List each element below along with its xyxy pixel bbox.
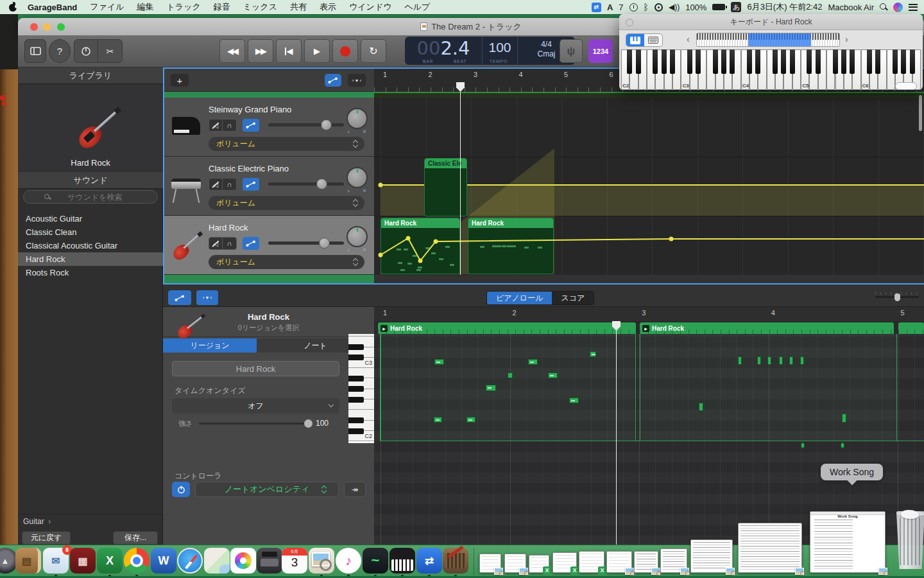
midi-note[interactable] <box>789 356 793 365</box>
dock-icon-garageband[interactable] <box>443 548 468 574</box>
menu-item-0[interactable]: ファイル <box>83 1 130 13</box>
battery-icon[interactable] <box>712 4 725 10</box>
dock-icon-maps[interactable] <box>204 548 230 574</box>
region-bar-3[interactable] <box>898 322 924 334</box>
black-key[interactable] <box>348 355 364 360</box>
tab-piano-roll[interactable]: ピアノロール <box>487 292 552 304</box>
keyboard-overview[interactable] <box>696 33 840 47</box>
midi-note[interactable] <box>767 356 771 365</box>
black-key[interactable] <box>867 49 872 74</box>
dock-icon-chrome[interactable] <box>124 548 150 574</box>
editors-button[interactable]: ✂ <box>98 40 122 62</box>
dock-icon-photo-booth[interactable]: ▦ <box>70 548 96 574</box>
pan-knob[interactable] <box>346 108 368 129</box>
time-machine-icon[interactable] <box>629 3 638 12</box>
midi-note[interactable] <box>757 356 761 365</box>
black-key[interactable] <box>841 49 846 74</box>
sound-list-item-classical-acoustic-guitar[interactable]: Classical Acoustic Guitar <box>18 239 163 252</box>
black-key[interactable] <box>670 49 675 74</box>
volume-slider-knob[interactable] <box>321 119 332 130</box>
minimized-window-0[interactable] <box>479 554 501 573</box>
black-key[interactable] <box>833 49 838 74</box>
midi-note[interactable] <box>738 356 742 365</box>
piano-roll-ruler[interactable]: 12345 <box>374 307 924 322</box>
menu-item-8[interactable]: ヘルプ <box>398 1 437 13</box>
quick-help-button[interactable]: ? <box>49 39 71 63</box>
midi-note[interactable] <box>466 417 475 423</box>
midi-note[interactable] <box>434 417 442 423</box>
automation-toggle-button[interactable] <box>324 73 342 87</box>
black-key[interactable] <box>730 49 735 74</box>
lcd-display[interactable]: 002.4 BAR BEAT 100 TEMPO 4/4 Cmaj <box>405 37 575 65</box>
black-key[interactable] <box>721 49 726 74</box>
dock-icon-mail[interactable]: ✉8 <box>43 548 69 574</box>
sound-list-item-hard-rock[interactable]: Hard Rock <box>18 252 163 266</box>
minimized-window-1[interactable] <box>504 554 526 573</box>
black-key[interactable] <box>636 49 641 74</box>
minimized-window-work-song[interactable]: Work Song <box>810 511 886 573</box>
dock-icon-printer[interactable] <box>257 548 282 574</box>
midi-note[interactable] <box>434 359 444 365</box>
region-play-icon[interactable]: ▶ <box>381 325 388 332</box>
library-toggle-button[interactable] <box>24 39 46 63</box>
keyboard-close-button[interactable] <box>626 19 633 26</box>
black-key[interactable] <box>348 376 364 381</box>
menu-item-2[interactable]: トラック <box>160 1 207 13</box>
black-key[interactable] <box>790 49 795 74</box>
siri-icon[interactable] <box>893 3 903 12</box>
teamviewer-status-icon[interactable]: ⇄ <box>592 3 601 12</box>
dock-icon-itunes[interactable]: ♪ <box>336 548 361 574</box>
track-automation-button[interactable] <box>243 178 259 191</box>
editor-catch-button[interactable]: ›▼‹ <box>196 290 218 305</box>
track-header-hard-rock[interactable]: Hard Rock◁∩LRボリューム <box>163 216 374 275</box>
trash-icon[interactable] <box>896 511 924 569</box>
dock-icon-midi-keyboard[interactable] <box>389 548 415 574</box>
dock-icon-word[interactable]: W <box>151 548 176 574</box>
volume-slider-knob[interactable] <box>319 238 330 249</box>
black-key[interactable] <box>348 397 364 403</box>
velocity-dot[interactable] <box>801 442 805 448</box>
pan-knob[interactable] <box>346 167 368 188</box>
solo-button[interactable]: ∩ <box>223 238 236 249</box>
sound-search-field[interactable] <box>23 190 158 204</box>
black-key[interactable] <box>807 49 812 74</box>
black-key[interactable] <box>755 49 760 74</box>
sound-list-item-acoustic-guitar[interactable]: Acoustic Guitar <box>18 212 163 225</box>
midi-note[interactable] <box>800 356 804 365</box>
region-play-icon[interactable]: ▶ <box>642 325 649 332</box>
octave-down-chevron[interactable]: ‹ <box>687 34 690 44</box>
menu-item-7[interactable]: ウインドウ <box>343 1 398 13</box>
menu-datetime[interactable]: 6月3日(木) 午前2:42 <box>747 2 822 12</box>
black-key[interactable] <box>348 344 364 350</box>
dock-icon-photos[interactable] <box>230 548 256 574</box>
typing-mode-button[interactable] <box>644 34 662 46</box>
controller-dropdown[interactable]: ノートオンベロシティ <box>195 482 339 497</box>
piano-keys[interactable]: C2C3C4C5C6 <box>621 49 921 90</box>
mute-button[interactable]: ◁ <box>209 238 223 249</box>
piano-roll[interactable]: 12345 ▶ Hard Rock ▶ Hard Rock <box>374 307 924 545</box>
sound-list-item-classic-clean[interactable]: Classic Clean <box>18 225 163 239</box>
editor-zoom-slider[interactable] <box>875 292 919 301</box>
black-key[interactable] <box>662 49 667 74</box>
black-key[interactable] <box>747 49 752 74</box>
automation-parameter-dropdown[interactable]: ボリューム <box>209 255 364 269</box>
midi-note[interactable] <box>842 414 846 423</box>
controller-route-button[interactable]: ↠ <box>344 482 366 497</box>
black-key[interactable] <box>910 49 915 74</box>
mute-button[interactable]: ◁ <box>209 119 223 131</box>
midi-note[interactable] <box>590 351 596 357</box>
search-input[interactable] <box>53 193 137 202</box>
dock-icon-teamviewer[interactable]: ⇄ <box>416 548 442 574</box>
tuner-button[interactable]: ψ <box>560 39 583 63</box>
catch-playhead-button[interactable]: ›▼‹ <box>347 73 366 87</box>
midi-note[interactable] <box>528 359 538 365</box>
minimized-window-4[interactable]: X <box>579 551 604 573</box>
vertical-scrollbar[interactable] <box>919 95 922 131</box>
pan-knob[interactable] <box>346 226 368 247</box>
minimized-window-8[interactable] <box>690 539 733 573</box>
adobe-status-icon[interactable]: A <box>607 2 613 12</box>
controller-power-button[interactable] <box>172 482 190 497</box>
tab-score[interactable]: スコア <box>552 292 594 304</box>
black-key[interactable] <box>696 49 701 74</box>
automation-parameter-dropdown[interactable]: ボリューム <box>209 137 364 151</box>
